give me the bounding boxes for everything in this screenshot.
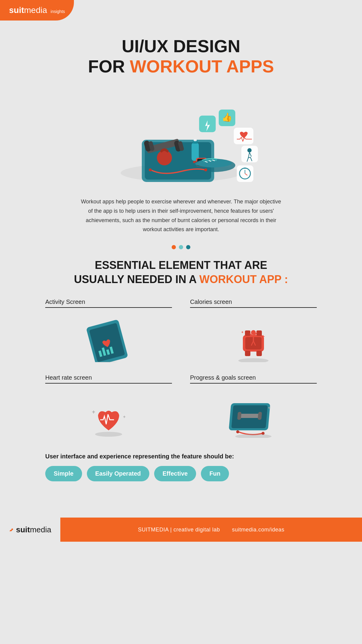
- svg-rect-44: [245, 351, 250, 356]
- svg-rect-60: [239, 414, 260, 418]
- principle-fun[interactable]: Fun: [201, 466, 229, 481]
- svg-point-32: [244, 167, 246, 169]
- header: suitmedia insights: [0, 0, 74, 21]
- svg-point-19: [204, 168, 207, 171]
- section-heading-line2: USUALLY NEEDED IN A WORKOUT APP :: [74, 273, 288, 287]
- title-line2: FOR WORKOUT APPS: [88, 56, 274, 77]
- element-image-progress: +: [223, 390, 284, 438]
- svg-text:+: +: [268, 405, 270, 410]
- footer-brand: suitmedia: [16, 525, 51, 534]
- svg-rect-42: [245, 330, 250, 336]
- svg-point-39: [89, 362, 125, 362]
- footer: suitmedia SUITMEDIA | creative digital l…: [0, 518, 362, 542]
- element-label-heartrate: Heart rate screen: [45, 374, 172, 384]
- svg-point-54: [238, 358, 268, 362]
- elements-grid: Activity Screen: [45, 298, 317, 438]
- dot-3: [186, 245, 190, 249]
- svg-rect-43: [256, 330, 262, 336]
- footer-url: suitmedia.com/ideas: [232, 527, 284, 533]
- footer-tagline: SUITMEDIA | creative digital lab: [138, 527, 220, 533]
- svg-text:+: +: [241, 330, 243, 334]
- principles-buttons: Simple Easily Operated Effective Fun: [45, 466, 317, 481]
- main-title: UI/UX DESIGN FOR WORKOUT APPS: [88, 36, 274, 76]
- title-line1: UI/UX DESIGN: [88, 36, 274, 56]
- section-heading: ESSENTIAL ELEMENT THAT ARE USUALLY NEEDE…: [74, 258, 288, 287]
- dot-2: [179, 245, 183, 249]
- element-image-heartrate: + +: [78, 390, 139, 438]
- element-label-activity: Activity Screen: [45, 298, 172, 308]
- principles-label: User interface and experience representi…: [45, 453, 317, 460]
- svg-point-8: [157, 150, 172, 165]
- svg-rect-11: [194, 139, 197, 141]
- svg-text:+: +: [123, 414, 125, 419]
- dot-1: [172, 245, 176, 249]
- svg-point-63: [236, 430, 239, 433]
- footer-bird-icon: [9, 523, 14, 537]
- main-content: UI/UX DESIGN FOR WORKOUT APPS: [0, 0, 362, 505]
- brand-logo: suitmedia: [9, 5, 49, 15]
- svg-rect-20: [199, 116, 216, 132]
- element-calories: Calories screen: [190, 298, 317, 362]
- svg-text:+: +: [262, 334, 265, 339]
- svg-rect-62: [258, 412, 262, 420]
- svg-rect-61: [237, 412, 241, 420]
- footer-info: SUITMEDIA | creative digital lab suitmed…: [60, 518, 362, 542]
- svg-rect-45: [256, 351, 262, 356]
- section-dots: [172, 245, 190, 249]
- svg-point-57: [95, 432, 122, 437]
- element-image-calories: + +: [223, 314, 284, 362]
- principles-section: User interface and experience representi…: [45, 453, 317, 481]
- element-progress: Progress & goals screen +: [190, 374, 317, 438]
- section-heading-line1: ESSENTIAL ELEMENT THAT ARE: [74, 258, 288, 273]
- svg-point-66: [235, 434, 272, 438]
- hero-illustration: FIT 👍: [103, 85, 259, 188]
- principle-easily-operated[interactable]: Easily Operated: [87, 466, 149, 481]
- element-heartrate: Heart rate screen + +: [45, 374, 172, 438]
- description-text: Workout apps help people to exercise whe…: [78, 197, 284, 234]
- element-activity: Activity Screen: [45, 298, 172, 362]
- insights-label: insights: [51, 9, 65, 14]
- brand-thin: media: [24, 5, 47, 15]
- svg-text:👍: 👍: [222, 112, 232, 122]
- brand-bold: suit: [9, 5, 24, 15]
- element-label-calories: Calories screen: [190, 298, 317, 308]
- svg-point-18: [149, 168, 152, 171]
- principle-effective[interactable]: Effective: [154, 466, 196, 481]
- svg-point-26: [247, 148, 252, 152]
- element-label-progress: Progress & goals screen: [190, 374, 317, 384]
- footer-logo: suitmedia: [0, 518, 60, 542]
- principle-simple[interactable]: Simple: [45, 466, 82, 481]
- svg-text:+: +: [92, 409, 95, 415]
- element-image-activity: [78, 314, 139, 362]
